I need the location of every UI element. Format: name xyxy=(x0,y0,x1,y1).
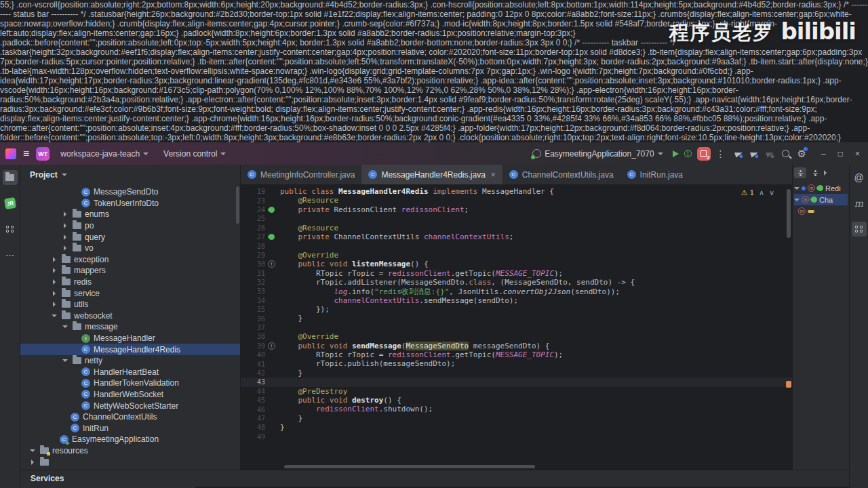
project-tree-item-enums[interactable]: enums xyxy=(20,209,240,220)
project-tree-item-InitRun[interactable]: CInitRun xyxy=(20,422,240,434)
editor-tab-MessageHandler4Redis.java[interactable]: CMessageHandler4Redis.java× xyxy=(361,165,502,184)
project-tree-item-message[interactable]: message xyxy=(20,321,240,333)
code-line: 30↑ public void listenMessage() { xyxy=(241,260,792,268)
spring-bean-gutter-icon[interactable] xyxy=(267,205,276,214)
project-tree-item-mappers[interactable]: mappers xyxy=(20,265,240,277)
tree-item-label: HandlerHeartBeat xyxy=(94,367,159,377)
bean-panel-row[interactable]: mRedi xyxy=(794,182,848,194)
code-line: 45 public void destroy() { xyxy=(241,396,792,405)
flat-view-icon[interactable] xyxy=(809,167,821,178)
version-control-menu[interactable]: Version control xyxy=(159,147,230,161)
hierarchy-view-icon[interactable] xyxy=(794,167,806,178)
project-tree-item-ChannelContextUtils[interactable]: CChannelContextUtils xyxy=(20,411,240,423)
code-editor[interactable]: 19public class MessageHandler4Redis impl… xyxy=(241,185,792,470)
project-tree-item-utils[interactable]: utils xyxy=(20,299,240,310)
more-tool-windows-icon[interactable]: ⋯ xyxy=(3,247,18,262)
editor-tab-InitRun.java[interactable]: CInitRun.java xyxy=(620,165,690,184)
chevron-right-icon[interactable] xyxy=(64,245,66,251)
editor-vertical-scrollbar[interactable] xyxy=(787,189,791,238)
main-menu-icon[interactable]: ≡ xyxy=(23,148,29,160)
chevron-down-icon[interactable] xyxy=(794,187,800,190)
chevron-right-icon[interactable] xyxy=(53,257,56,262)
editor-tab-ChannelContextUtils.java[interactable]: CChannelContextUtils.java xyxy=(502,165,620,184)
project-tree-item-websocket[interactable]: websocket xyxy=(20,310,240,322)
maximize-button[interactable]: □ xyxy=(838,149,843,159)
override-method-gutter-icon[interactable]: ↑ xyxy=(268,342,275,350)
chevron-right-icon[interactable] xyxy=(53,279,56,285)
spring-bean-gutter-icon[interactable] xyxy=(267,232,276,241)
chevron-right-icon[interactable] xyxy=(53,291,56,296)
chevron-right-icon[interactable] xyxy=(64,211,66,217)
chevron-right-icon[interactable] xyxy=(64,223,66,228)
chevron-down-icon[interactable] xyxy=(794,199,800,201)
idea-logo-icon xyxy=(5,148,16,159)
code-line: 48} xyxy=(241,423,792,432)
project-tree-item-po[interactable]: po xyxy=(20,220,240,232)
project-tree-item-MessageSendDto[interactable]: CMessageSendDto xyxy=(20,186,240,198)
project-tree-item-service[interactable]: service xyxy=(20,287,240,299)
services-panel-title[interactable]: Services xyxy=(31,474,64,483)
project-scrollbar[interactable] xyxy=(236,186,239,224)
project-tree-item-query[interactable]: query xyxy=(20,231,240,243)
project-tree-item-MessageHandler4Redis[interactable]: CMessageHandler4Redis xyxy=(20,344,240,355)
run-button[interactable] xyxy=(673,150,679,157)
project-tree-item-netty[interactable]: netty xyxy=(20,355,240,367)
inspection-widget[interactable]: ⚠ 1 ∧∨ xyxy=(737,188,778,198)
profiler-rocket-icon[interactable] xyxy=(734,150,743,157)
override-method-gutter-icon[interactable]: ↑ xyxy=(268,260,275,268)
project-tree-item-NettyWebSocketStarter[interactable]: CNettyWebSocketStarter xyxy=(20,400,240,411)
project-tree-item-HandlerWebSocket[interactable]: CHandlerWebSocket xyxy=(20,389,240,401)
tree-item-label: redis xyxy=(74,277,92,287)
spring-tool-icon[interactable]: @ xyxy=(852,170,867,185)
project-tree-item-vo[interactable]: vo xyxy=(20,243,240,254)
dependencies-tool-icon[interactable] xyxy=(3,222,18,237)
bean-panel-row[interactable]: m xyxy=(794,205,848,217)
chevron-down-icon[interactable] xyxy=(62,359,68,362)
bean-panel-row[interactable]: mCha xyxy=(794,194,848,205)
tree-item-label: netty xyxy=(85,356,102,365)
project-tree-item[interactable] xyxy=(20,456,240,468)
project-tree-item-exception[interactable]: exception xyxy=(20,254,240,266)
project-tool-icon[interactable] xyxy=(3,170,18,185)
editor-tab-MeetingInfoController.java[interactable]: CMeetingInfoController.java xyxy=(241,165,361,184)
chevron-right-icon[interactable] xyxy=(53,268,56,273)
class-icon: C xyxy=(81,188,90,197)
settings-gear-icon[interactable]: ⚙ xyxy=(797,148,806,159)
code-line: 25 xyxy=(241,214,792,223)
project-tree-item-MessageHandler[interactable]: IMessageHandler xyxy=(20,333,240,344)
project-badge[interactable]: WT xyxy=(36,147,50,161)
chevron-down-icon[interactable] xyxy=(62,325,68,328)
code-line: 32 rTopic.addListener(MessageSendDto.cla… xyxy=(241,278,792,287)
tree-item-label: EasymeetingApplication xyxy=(72,434,159,444)
profiler-rocket-icon[interactable] xyxy=(750,150,759,157)
project-tree-item-EasymeetingApplication[interactable]: CEasymeetingApplication xyxy=(20,434,240,445)
chevron-right-icon[interactable] xyxy=(53,302,56,307)
interface-icon: I xyxy=(81,334,90,343)
minimize-button[interactable]: – xyxy=(821,149,826,159)
project-tree-item-resources[interactable]: resources xyxy=(20,445,240,457)
close-button[interactable]: × xyxy=(855,149,860,159)
jrebel-plugin-icon[interactable]: JR xyxy=(3,196,18,211)
close-tab-icon[interactable]: × xyxy=(491,170,496,180)
editor-horizontal-scrollbar[interactable] xyxy=(284,465,535,468)
project-tree-item-redis[interactable]: redis xyxy=(20,277,240,288)
bean-tool-icon[interactable] xyxy=(852,222,867,237)
search-everywhere-icon[interactable] xyxy=(782,150,789,157)
project-selector[interactable]: workspace-java-teach xyxy=(56,147,153,161)
maven-tool-icon[interactable]: m xyxy=(852,196,867,211)
project-tree-item-HandlerTokenValidation[interactable]: CHandlerTokenValidation xyxy=(20,378,240,389)
more-actions-icon[interactable]: ⋮ xyxy=(716,148,726,159)
project-tree-item-HandlerHeartBeat[interactable]: CHandlerHeartBeat xyxy=(20,367,240,378)
chevron-right-icon[interactable] xyxy=(31,460,34,465)
editor-tab-bar: CMeetingInfoController.javaCMessageHandl… xyxy=(241,165,792,185)
chevron-down-icon[interactable] xyxy=(52,314,57,317)
chevron-right-icon[interactable] xyxy=(824,170,827,176)
debug-button[interactable] xyxy=(684,150,692,157)
stop-button[interactable]: 2 xyxy=(697,147,711,161)
tree-item-label: websocket xyxy=(74,311,113,321)
chevron-right-icon[interactable] xyxy=(64,235,66,240)
project-tree-item-TokenUserInfoDto[interactable]: CTokenUserInfoDto xyxy=(20,198,240,209)
project-panel-title[interactable]: Project xyxy=(30,170,58,180)
chevron-down-icon[interactable] xyxy=(30,449,35,452)
run-configuration-selector[interactable]: EasymeetingApplication_7070 xyxy=(528,147,667,161)
